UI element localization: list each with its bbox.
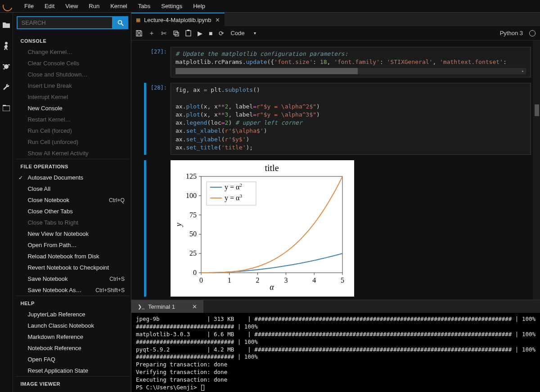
command-shortcut: Ctrl+Shift+S <box>95 287 125 293</box>
section-header: IMAGE VIEWER <box>16 376 129 389</box>
command-item[interactable]: New Console <box>16 103 129 114</box>
celltype-label: Code <box>230 30 244 36</box>
svg-rect-4 <box>3 106 10 111</box>
menu-settings[interactable]: Settings <box>156 0 188 12</box>
command-item[interactable]: Open FAQ <box>16 354 129 365</box>
terminal-title: Terminal 1 <box>148 303 175 310</box>
vertical-scrollbar[interactable] <box>533 41 540 300</box>
menu-tabs[interactable]: Tabs <box>133 0 156 12</box>
command-item: Run Cell (unforced) <box>16 136 129 148</box>
terminal-tab[interactable]: ❯_ Terminal 1 ✕ <box>131 300 203 313</box>
menu-help[interactable]: Help <box>188 0 211 12</box>
horizontal-scrollbar[interactable]: ◂▸ <box>176 68 526 74</box>
run-icon[interactable]: ▶ <box>198 30 202 37</box>
close-icon[interactable]: ✕ <box>215 17 220 23</box>
command-palette: CONSOLEChange Kernel…Clear Console Cells… <box>13 13 131 392</box>
command-label: Markdown Reference <box>27 333 83 340</box>
svg-text:3: 3 <box>284 276 288 284</box>
command-item: Restart Kernel… <box>16 114 129 125</box>
command-item: Clear Console Cells <box>16 58 129 69</box>
close-icon[interactable]: ✕ <box>192 303 197 310</box>
command-label: Launch Classic Notebook <box>27 322 94 329</box>
command-item[interactable]: ✓Autosave Documents <box>16 172 129 183</box>
command-label: Autosave Documents <box>27 174 83 181</box>
svg-text:50: 50 <box>189 230 197 238</box>
cell-prompt: [28]: <box>149 83 171 91</box>
tabs-tab-icon[interactable] <box>2 104 11 113</box>
code-cell[interactable]: fig, ax = plt.subplots() ax.plot(x, x**2… <box>171 83 531 155</box>
main-area: ▦ Lecture-4-Matplotlib.ipynb ✕ ＋ ✄ ▶ ■ ⟳… <box>131 13 540 392</box>
svg-text:4: 4 <box>312 276 316 284</box>
add-cell-icon[interactable]: ＋ <box>148 29 155 37</box>
menu-view[interactable]: View <box>60 0 83 12</box>
command-label: New Console <box>27 105 62 112</box>
command-label: Insert Line Break <box>27 82 72 89</box>
paste-icon[interactable] <box>185 30 191 36</box>
svg-point-0 <box>4 64 9 69</box>
command-item[interactable]: Reset Application State <box>16 365 129 376</box>
command-item[interactable]: Launch Classic Notebook <box>16 320 129 331</box>
command-item[interactable]: Revert Notebook to Checkpoint <box>16 262 129 273</box>
command-shortcut: Ctrl+S <box>109 276 125 282</box>
stop-icon[interactable]: ■ <box>209 30 212 37</box>
command-label: Run Cell (forced) <box>27 127 72 134</box>
command-item[interactable]: Open From Path… <box>16 239 129 251</box>
command-label: Interrupt Kernel <box>27 94 68 100</box>
command-item[interactable]: Markdown Reference <box>16 331 129 342</box>
celltype-dropdown[interactable]: Code ▾ <box>230 30 256 36</box>
svg-text:α: α <box>270 283 274 292</box>
command-item: Show All Kernel Activity <box>16 148 129 159</box>
menu-edit[interactable]: Edit <box>39 0 60 12</box>
menu-kernel[interactable]: Kernel <box>105 0 133 12</box>
command-item[interactable]: Close NotebookCtrl+Q <box>16 194 129 206</box>
command-label: Change Kernel… <box>27 49 72 55</box>
notebook-body[interactable]: [27]: # Update the matplotlib configurat… <box>131 41 540 300</box>
jupyter-logo <box>1 0 14 13</box>
svg-rect-10 <box>186 31 191 36</box>
svg-rect-5 <box>3 105 6 106</box>
search-input[interactable] <box>17 16 112 29</box>
svg-point-2 <box>8 64 10 65</box>
tools-tab-icon[interactable] <box>2 83 11 92</box>
files-tab-icon[interactable] <box>2 21 11 30</box>
menu-bar: File Edit View Run Kernel Tabs Settings … <box>0 0 540 13</box>
svg-line-7 <box>122 24 123 26</box>
kernel-status-icon[interactable] <box>529 30 536 36</box>
notebook-tab-bar: ▦ Lecture-4-Matplotlib.ipynb ✕ <box>131 13 540 26</box>
command-label: Close Tabs to Right <box>27 219 78 226</box>
command-item[interactable]: New View for Notebook <box>16 228 129 239</box>
command-label: New View for Notebook <box>27 230 89 237</box>
svg-text:25: 25 <box>189 249 197 257</box>
notebook-tab[interactable]: ▦ Lecture-4-Matplotlib.ipynb ✕ <box>131 13 225 26</box>
plot-output: 0123450255075100125titleαyy = α2y = α3 <box>171 160 354 297</box>
command-item: Insert Line Break <box>16 80 129 91</box>
copy-icon[interactable] <box>173 30 179 36</box>
search-button[interactable] <box>113 16 128 29</box>
save-icon[interactable] <box>136 30 142 36</box>
svg-text:y = α2: y = α2 <box>225 182 242 191</box>
command-item[interactable]: Close Other Tabs <box>16 206 129 217</box>
svg-point-1 <box>3 64 4 65</box>
running-tab-icon[interactable] <box>2 41 11 50</box>
command-item[interactable]: Notebook Reference <box>16 342 129 354</box>
command-item[interactable]: Reload Notebook from Disk <box>16 251 129 262</box>
code-cell[interactable]: # Update the matplotlib configuration pa… <box>171 47 531 77</box>
command-item[interactable]: Save NotebookCtrl+S <box>16 273 129 284</box>
command-item[interactable]: JupyterLab Reference <box>16 309 129 320</box>
search-icon <box>117 20 124 26</box>
cut-icon[interactable]: ✄ <box>161 30 166 37</box>
restart-icon[interactable]: ⟳ <box>219 30 224 37</box>
command-item: Close and Shutdown… <box>16 69 129 80</box>
menu-file[interactable]: File <box>19 0 39 12</box>
command-item[interactable]: Close All <box>16 183 129 194</box>
terminal-body[interactable]: jpeg-9b | 313 KB | #####################… <box>131 313 540 392</box>
commands-tab-icon[interactable] <box>2 62 11 71</box>
check-icon: ✓ <box>18 175 23 181</box>
terminal-tab-bar: ❯_ Terminal 1 ✕ <box>131 300 540 313</box>
kernel-name[interactable]: Python 3 <box>500 30 523 36</box>
command-label: Close All <box>27 185 50 192</box>
command-label: Save Notebook <box>27 275 68 282</box>
command-item[interactable]: Save Notebook As…Ctrl+Shift+S <box>16 284 129 296</box>
menu-run[interactable]: Run <box>83 0 105 12</box>
section-header: HELP <box>16 296 129 309</box>
